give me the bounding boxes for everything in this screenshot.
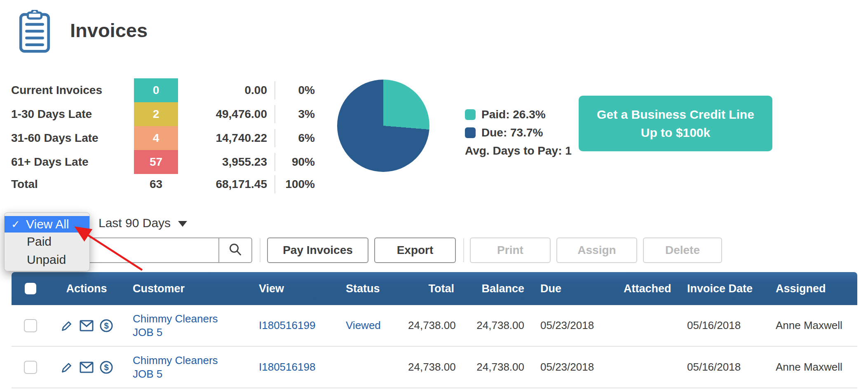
date-filter-dropdown[interactable]: Last 90 Days [99, 216, 187, 230]
aging-amount: 68,171.45 [178, 178, 274, 191]
aging-total-count: 63 [134, 175, 178, 194]
invoices-page: Invoices Current Invoices 0 0.00 0% 1-30… [0, 0, 868, 390]
aging-label: 61+ Days Late [11, 155, 134, 169]
aging-count-box: 2 [134, 102, 178, 126]
aging-percent: 100% [274, 175, 315, 193]
pay-invoices-button[interactable]: Pay Invoices [267, 237, 368, 263]
header-actions: Actions [49, 282, 124, 295]
select-all-checkbox[interactable] [25, 283, 36, 294]
aging-percent: 6% [274, 129, 315, 147]
view-filter-dropdown-menu: ✓ View All Paid Unpaid [4, 212, 90, 271]
legend-row-paid: Paid: 26.3% [465, 106, 572, 124]
payment-dollar-icon[interactable]: $ [99, 360, 113, 374]
aging-amount: 49,476.00 [178, 108, 274, 121]
edit-pencil-icon[interactable] [60, 360, 74, 374]
svg-text:$: $ [104, 321, 108, 330]
paid-swatch [465, 109, 476, 120]
search-icon [228, 242, 242, 258]
row-checkbox[interactable] [24, 319, 37, 332]
export-button[interactable]: Export [374, 237, 456, 263]
assigned-cell: Anne Maxwell [767, 319, 857, 332]
edit-pencil-icon[interactable] [60, 319, 74, 333]
aging-amount: 14,740.22 [178, 132, 274, 145]
balance-cell: 24,738.00 [457, 319, 528, 332]
invoices-table: Actions Customer View Status Total Balan… [12, 272, 857, 388]
aging-row-31-60: 31-60 Days Late 4 14,740.22 6% [11, 126, 315, 150]
aging-count-box: 57 [134, 150, 178, 174]
dropdown-item-unpaid[interactable]: Unpaid [5, 251, 89, 269]
aging-row-1-30: 1-30 Days Late 2 49,476.00 3% [11, 102, 315, 126]
email-envelope-icon[interactable] [80, 320, 94, 331]
search-button[interactable] [218, 237, 252, 263]
print-button: Print [470, 237, 551, 263]
header-total: Total [408, 282, 457, 295]
clipboard-icon [19, 10, 51, 55]
header-attached: Attached [610, 282, 680, 295]
aging-percent: 0% [274, 81, 315, 99]
invoice-date-cell: 05/16/2018 [680, 361, 767, 374]
aging-percent: 3% [274, 105, 315, 123]
aging-row-current: Current Invoices 0 0.00 0% [11, 78, 315, 102]
credit-line-cta-button[interactable]: Get a Business Credit Line Up to $100k [579, 96, 772, 151]
customer-name: Chimmy Cleaners [133, 354, 247, 367]
aging-label: Current Invoices [11, 84, 134, 97]
invoice-number-link[interactable]: I180516198 [247, 361, 334, 374]
legend-paid-label: Paid: 26.3% [481, 108, 546, 121]
customer-link[interactable]: Chimmy Cleaners JOB 5 [124, 354, 247, 381]
toolbar-divider [463, 238, 464, 262]
header-assigned: Assigned [767, 282, 857, 295]
caret-down-icon [178, 221, 187, 227]
dropdown-item-paid[interactable]: Paid [5, 233, 89, 251]
aging-amount: 0.00 [178, 84, 274, 97]
cta-line1: Get a Business Credit Line [597, 106, 754, 124]
aging-label: 31-60 Days Late [11, 132, 134, 145]
customer-name: Chimmy Cleaners [133, 312, 247, 326]
svg-text:$: $ [104, 363, 108, 372]
table-header-row: Actions Customer View Status Total Balan… [12, 272, 857, 305]
due-cell: 05/23/2018 [528, 319, 610, 332]
header-due: Due [528, 282, 610, 295]
checkmark-icon: ✓ [11, 218, 26, 231]
pie-legend: Paid: 26.3% Due: 73.7% Avg. Days to Pay:… [465, 106, 572, 160]
header-invoice-date: Invoice Date [680, 282, 767, 295]
balance-cell: 24,738.00 [457, 361, 528, 374]
date-filter-label: Last 90 Days [99, 216, 171, 230]
aging-summary: Current Invoices 0 0.00 0% 1-30 Days Lat… [11, 78, 315, 194]
legend-due-label: Due: 73.7% [481, 126, 543, 139]
dropdown-item-label: View All [26, 217, 69, 231]
delete-button: Delete [643, 237, 722, 263]
aging-row-61plus: 61+ Days Late 57 3,955.23 90% [11, 150, 315, 174]
aging-row-total: Total 63 68,171.45 100% [11, 175, 315, 194]
due-swatch [465, 127, 476, 138]
header-status: Status [334, 282, 408, 295]
header-balance: Balance [457, 282, 528, 295]
row-checkbox[interactable] [24, 361, 37, 374]
due-cell: 05/23/2018 [528, 361, 610, 374]
avg-days-label: Avg. Days to Pay: 1 [465, 144, 572, 157]
aging-count-box: 0 [134, 78, 178, 102]
cta-line2: Up to $100k [641, 124, 710, 142]
customer-job: JOB 5 [133, 326, 247, 339]
aging-percent: 90% [274, 153, 315, 171]
invoice-date-cell: 05/16/2018 [680, 319, 767, 332]
invoice-number-link[interactable]: I180516199 [247, 319, 334, 332]
payment-dollar-icon[interactable]: $ [99, 319, 113, 333]
legend-row-avg-days: Avg. Days to Pay: 1 [465, 142, 572, 160]
toolbar-divider [260, 238, 260, 262]
header-view: View [247, 282, 334, 295]
table-row: $ Chimmy Cleaners JOB 5 I180516199 Viewe… [12, 305, 857, 347]
header-customer: Customer [124, 282, 247, 295]
paid-due-pie-chart [337, 80, 429, 172]
assigned-cell: Anne Maxwell [767, 361, 857, 374]
total-cell: 24,738.00 [408, 361, 457, 374]
status-link[interactable]: Viewed [334, 319, 408, 332]
aging-amount: 3,955.23 [178, 155, 274, 169]
email-envelope-icon[interactable] [80, 362, 94, 373]
assign-button: Assign [556, 237, 637, 263]
dropdown-item-view-all[interactable]: ✓ View All [5, 216, 89, 233]
table-row: $ Chimmy Cleaners JOB 5 I180516198 24,73… [12, 347, 857, 388]
customer-link[interactable]: Chimmy Cleaners JOB 5 [124, 312, 247, 339]
aging-label: 1-30 Days Late [11, 108, 134, 121]
aging-count-box: 4 [134, 126, 178, 150]
total-cell: 24,738.00 [408, 319, 457, 332]
